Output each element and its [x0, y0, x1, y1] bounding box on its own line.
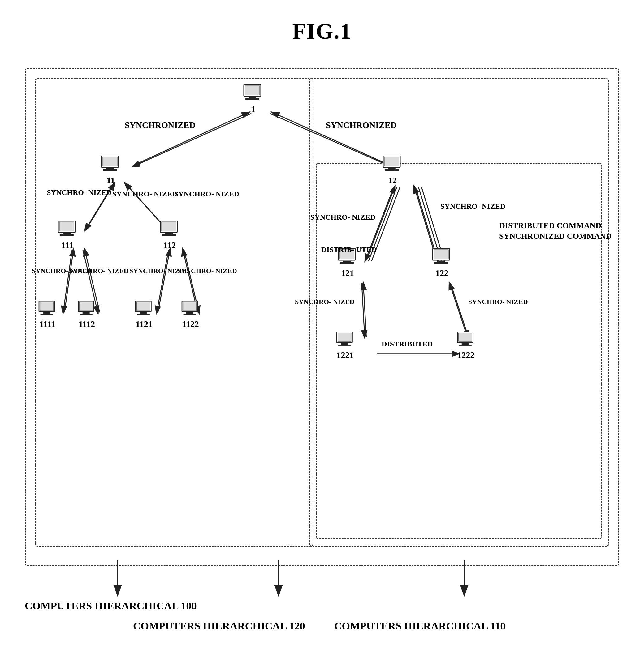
label-sync-1221: SYNCHRO- NIZED — [295, 298, 355, 306]
svg-rect-57 — [437, 261, 445, 262]
svg-rect-81 — [462, 343, 469, 345]
label-sync-111-1112: SYNCHRO- NIZED — [69, 267, 129, 275]
bottom-section: COMPUTERS HIERARCHICAL 100 COMPUTERS HIE… — [0, 560, 644, 665]
label-hierarchical-110: COMPUTERS HIERARCHICAL 110 — [334, 620, 506, 632]
svg-rect-36 — [103, 157, 117, 166]
label-sync-12-122: SYNCHRO- NIZED — [440, 202, 505, 211]
svg-rect-73 — [186, 312, 194, 314]
node-122-label: 122 — [436, 268, 448, 278]
svg-rect-50 — [162, 234, 176, 236]
node-112-label: 112 — [163, 240, 176, 250]
svg-rect-68 — [137, 302, 150, 311]
node-1221-label: 1221 — [337, 350, 354, 360]
node-1112: 1112 — [77, 301, 97, 329]
node-111: 111 — [57, 221, 78, 250]
label-distributed-1221-1222: DISTRIBUTED — [382, 340, 433, 348]
node-1122: 1122 — [180, 301, 201, 329]
svg-rect-62 — [40, 314, 53, 315]
label-sync-11-111: SYNCHRO- NIZED — [47, 188, 112, 197]
svg-rect-60 — [40, 302, 54, 311]
node-1222: 1222 — [456, 332, 476, 360]
node-1111-label: 1111 — [40, 319, 55, 329]
node-1121-label: 1121 — [135, 319, 152, 329]
svg-rect-42 — [385, 170, 399, 171]
label-hierarchical-100: COMPUTERS HIERARCHICAL 100 — [25, 600, 197, 612]
node-112: 112 — [159, 221, 180, 250]
page-title: FIG.1 — [0, 0, 644, 44]
node-11-label: 11 — [107, 175, 115, 185]
svg-rect-49 — [165, 233, 173, 234]
node-1: 1 — [242, 84, 264, 114]
svg-rect-46 — [60, 234, 74, 236]
node-1222-label: 1222 — [457, 350, 475, 360]
label-sync-root-11-left: SYNCHRONIZED — [125, 120, 196, 131]
node-1122-label: 1122 — [182, 319, 199, 329]
svg-rect-38 — [103, 170, 117, 171]
svg-rect-70 — [137, 314, 150, 315]
svg-rect-56 — [434, 250, 448, 259]
svg-rect-37 — [106, 168, 114, 170]
svg-rect-78 — [338, 345, 351, 346]
svg-rect-74 — [184, 314, 196, 315]
svg-rect-53 — [343, 261, 351, 262]
svg-rect-58 — [434, 262, 448, 264]
svg-rect-41 — [388, 168, 395, 170]
node-1-label: 1 — [251, 104, 255, 114]
svg-rect-32 — [245, 86, 260, 95]
svg-rect-66 — [80, 314, 93, 315]
diagram-outer-border: 1 11 12 111 — [25, 68, 619, 566]
label-distrib-121: DISTRIB- UTED — [321, 245, 376, 254]
svg-rect-72 — [183, 302, 197, 311]
label-sync-root-12-right: SYNCHRONIZED — [326, 120, 397, 131]
label-sync-11-112-right: SYNCHRO- NIZED — [174, 190, 239, 198]
label-hierarchical-120: COMPUTERS HIERARCHICAL 120 — [133, 620, 305, 632]
node-1221: 1221 — [335, 332, 355, 360]
label-sync-12-121: SYNCHRO- NIZED — [310, 213, 375, 222]
svg-rect-54 — [340, 262, 354, 264]
node-121-label: 121 — [341, 268, 354, 278]
node-1112-label: 1112 — [79, 319, 95, 329]
svg-rect-77 — [341, 343, 348, 345]
svg-rect-61 — [43, 312, 51, 314]
node-12: 12 — [382, 156, 403, 185]
svg-rect-80 — [459, 333, 472, 342]
svg-rect-82 — [459, 345, 472, 346]
label-distributed-command: DISTRIBUTED COMMAND SYNCHRONIZED COMMAND — [499, 221, 618, 242]
node-122: 122 — [431, 248, 453, 278]
node-1111: 1111 — [37, 301, 58, 329]
label-sync-11-112-left: SYNCHRO- NIZED — [112, 190, 177, 198]
svg-rect-33 — [249, 97, 256, 98]
node-12-label: 12 — [388, 175, 397, 185]
svg-rect-64 — [79, 302, 93, 311]
svg-rect-69 — [140, 312, 147, 314]
label-sync-112-1122: SYNCHRO- NIZED — [177, 267, 237, 275]
svg-rect-48 — [162, 222, 176, 231]
node-1121: 1121 — [134, 301, 154, 329]
node-11: 11 — [100, 156, 122, 185]
svg-rect-45 — [63, 233, 71, 234]
svg-rect-76 — [338, 333, 351, 342]
svg-rect-40 — [384, 157, 399, 166]
svg-rect-65 — [82, 312, 90, 314]
right-hierarchy-box — [309, 78, 609, 547]
svg-rect-34 — [245, 98, 259, 100]
node-111-label: 111 — [61, 240, 74, 250]
label-sync-1222: SYNCHRO- NIZED — [468, 298, 528, 306]
svg-rect-44 — [59, 222, 74, 231]
